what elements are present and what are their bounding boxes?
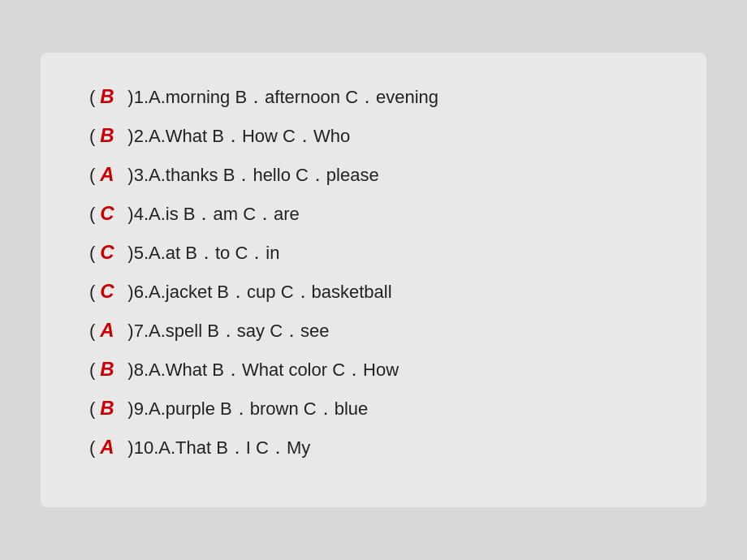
question-text: )1.A.morning B．afternoon C．evening bbox=[127, 85, 438, 110]
question-row: (C)5.A.at B．to C．in bbox=[89, 241, 658, 265]
question-row: (B)8.A.What B．What color C．How bbox=[89, 358, 658, 382]
answer-letter: B bbox=[100, 85, 119, 108]
answer-letter: A bbox=[100, 163, 119, 186]
question-text: )8.A.What B．What color C．How bbox=[127, 358, 399, 382]
question-row: (B)2.A.What B．How C．Who bbox=[89, 124, 658, 149]
question-text: )2.A.What B．How C．Who bbox=[127, 124, 350, 149]
paren-open: ( bbox=[89, 321, 95, 342]
paren-open: ( bbox=[89, 243, 95, 264]
answer-letter: A bbox=[100, 436, 119, 459]
quiz-card: (B)1.A.morning B．afternoon C．evening(B)2… bbox=[41, 53, 706, 507]
answer-letter: A bbox=[100, 319, 119, 342]
question-text: )6.A.jacket B．cup C．basketball bbox=[127, 280, 391, 304]
question-text: )9.A.purple B．brown C．blue bbox=[127, 397, 368, 421]
question-row: (A)10.A.That B．I C．My bbox=[89, 436, 658, 460]
question-row: (A)3.A.thanks B．hello C．please bbox=[89, 163, 658, 187]
question-text: )10.A.That B．I C．My bbox=[127, 436, 310, 460]
answer-letter: B bbox=[100, 358, 119, 381]
paren-open: ( bbox=[89, 437, 95, 459]
paren-open: ( bbox=[89, 360, 95, 381]
answer-letter: B bbox=[100, 124, 119, 147]
answer-letter: C bbox=[100, 241, 119, 264]
question-text: )3.A.thanks B．hello C．please bbox=[127, 163, 378, 187]
paren-open: ( bbox=[89, 204, 95, 225]
answer-letter: C bbox=[100, 202, 119, 225]
question-row: (A)7.A.spell B．say C．see bbox=[89, 319, 658, 343]
paren-open: ( bbox=[89, 126, 95, 147]
question-text: )7.A.spell B．say C．see bbox=[127, 319, 329, 343]
paren-open: ( bbox=[89, 398, 95, 420]
answer-letter: B bbox=[100, 397, 119, 420]
question-row: (B)9.A.purple B．brown C．blue bbox=[89, 397, 658, 421]
question-text: )5.A.at B．to C．in bbox=[127, 241, 279, 265]
question-row: (C)4.A.is B．am C．are bbox=[89, 202, 658, 226]
paren-open: ( bbox=[89, 87, 95, 108]
paren-open: ( bbox=[89, 165, 95, 186]
answer-letter: C bbox=[100, 280, 119, 303]
question-row: (B)1.A.morning B．afternoon C．evening bbox=[89, 85, 658, 110]
question-text: )4.A.is B．am C．are bbox=[127, 202, 300, 226]
question-row: (C)6.A.jacket B．cup C．basketball bbox=[89, 280, 658, 304]
paren-open: ( bbox=[89, 282, 95, 303]
